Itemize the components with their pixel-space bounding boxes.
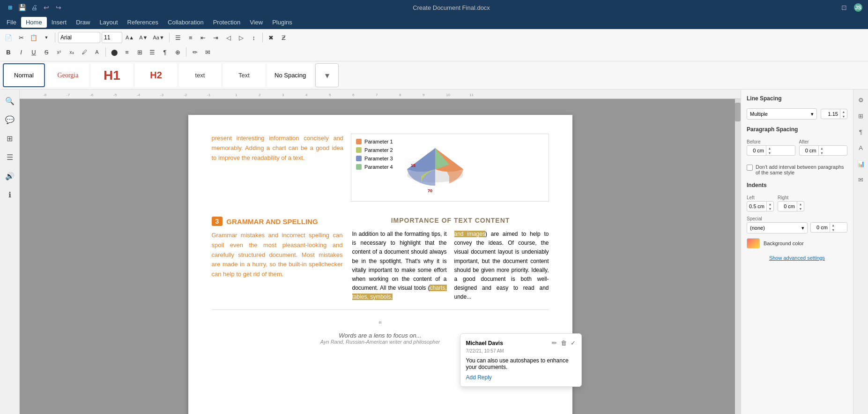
comment-resolve-icon[interactable]: ✓ xyxy=(571,339,576,346)
line-spacing-down[interactable]: ▼ xyxy=(840,114,847,119)
user-avatar[interactable]: JS xyxy=(854,3,862,12)
rtl-btn[interactable]: ¶ xyxy=(159,46,171,58)
highlight-btn[interactable]: 🖊 xyxy=(79,46,90,58)
case-btn[interactable]: Aa▼ xyxy=(151,32,166,43)
before-down[interactable]: ▼ xyxy=(766,151,773,155)
scrollbar-thumb[interactable] xyxy=(735,103,741,121)
line-spacing-value[interactable]: 1.15 ▲ ▼ xyxy=(821,109,847,119)
preset-h1[interactable]: H1 xyxy=(91,63,133,87)
before-up[interactable]: ▲ xyxy=(766,146,773,151)
align-center-btn[interactable]: ≡ xyxy=(121,46,133,58)
align-right-btn[interactable]: ⊞ xyxy=(134,46,145,58)
menu-insert[interactable]: Insert xyxy=(47,17,72,28)
indent-left-value[interactable]: 0.5 cm ▲ ▼ xyxy=(747,201,774,211)
paragraph-settings-icon[interactable]: ¶ xyxy=(854,125,868,138)
underline-btn[interactable]: U xyxy=(28,46,39,58)
menu-plugins[interactable]: Plugins xyxy=(267,17,297,28)
indent-left-down[interactable]: ▼ xyxy=(767,206,773,211)
redo-icon[interactable]: ↪ xyxy=(54,3,63,12)
bold-btn[interactable]: B xyxy=(3,46,14,58)
add-reply-btn[interactable]: Add Reply xyxy=(466,374,576,381)
document-page: present interesting information concisel… xyxy=(188,115,572,414)
increase-font-btn[interactable]: A▲ xyxy=(124,32,136,43)
subscript-btn[interactable]: x₂ xyxy=(66,46,77,58)
cut-btn[interactable]: ✂ xyxy=(15,32,27,43)
menu-view[interactable]: View xyxy=(245,17,267,28)
before-value[interactable]: 0 cm ▲ ▼ xyxy=(747,145,795,156)
indent-left-btn[interactable]: ◁ xyxy=(223,32,234,43)
menu-file[interactable]: File xyxy=(2,17,21,28)
settings-icon[interactable]: ⚙ xyxy=(854,93,868,106)
speaker-icon[interactable]: 🔊 xyxy=(2,168,17,183)
justify-btn[interactable]: ☰ xyxy=(147,46,158,58)
styles-btn[interactable]: Ƶ xyxy=(278,32,289,43)
align-left-btn[interactable]: ⬤ xyxy=(109,46,120,58)
text-format-icon[interactable]: A xyxy=(854,141,868,154)
show-advanced-btn[interactable]: Show advanced settings xyxy=(747,255,847,261)
list-btn[interactable]: ☰ xyxy=(172,32,184,43)
mail-merge-btn[interactable]: ✉ xyxy=(202,46,213,58)
format-btn[interactable]: ✏ xyxy=(189,46,200,58)
indent-right-down[interactable]: ▼ xyxy=(797,206,804,211)
styles-dropdown[interactable]: ▾ xyxy=(315,63,339,87)
window-restore-icon[interactable]: ⊡ xyxy=(840,3,848,12)
special-indent-value[interactable]: 0 cm ▲ ▼ xyxy=(810,222,847,233)
chat-icon[interactable]: 💬 xyxy=(2,112,17,127)
after-value[interactable]: 0 cm ▲ ▼ xyxy=(799,145,848,156)
menu-protection[interactable]: Protection xyxy=(208,17,245,28)
info-icon[interactable]: ℹ xyxy=(2,187,17,202)
chart-icon[interactable]: 📊 xyxy=(854,157,868,170)
grid-icon[interactable]: ⊞ xyxy=(854,109,868,122)
font-color-btn[interactable]: A xyxy=(91,46,103,58)
after-up[interactable]: ▲ xyxy=(819,146,825,151)
menu-collaboration[interactable]: Collaboration xyxy=(163,17,208,28)
preset-h2[interactable]: H2 xyxy=(135,63,177,87)
indent-right-up[interactable]: ▲ xyxy=(797,202,804,206)
menu-layout[interactable]: Layout xyxy=(95,17,123,28)
zoom-icon[interactable]: 🔍 xyxy=(2,93,17,108)
dont-add-interval-checkbox[interactable] xyxy=(747,165,753,171)
comment-delete-icon[interactable]: 🗑 xyxy=(561,339,567,346)
numbered-list-btn[interactable]: ≡ xyxy=(185,32,196,43)
envelope-icon[interactable]: ✉ xyxy=(854,173,868,186)
document-title: Create Document Final.docx xyxy=(413,4,490,11)
indent-left-up[interactable]: ▲ xyxy=(767,202,773,206)
comment-edit-icon[interactable]: ✏ xyxy=(552,339,557,346)
line-spacing-type[interactable]: Multiple ▾ xyxy=(747,108,817,120)
italic-btn[interactable]: I xyxy=(15,46,27,58)
undo-icon[interactable]: ↩ xyxy=(42,3,51,12)
after-down[interactable]: ▼ xyxy=(819,151,825,155)
special-up[interactable]: ▲ xyxy=(830,223,837,227)
print-icon[interactable]: 🖨 xyxy=(30,3,38,12)
new-doc-btn[interactable]: 📄 xyxy=(3,32,14,43)
indent-right-value[interactable]: 0 cm ▲ ▼ xyxy=(778,201,804,211)
superscript-btn[interactable]: x² xyxy=(53,46,65,58)
preset-text2[interactable]: Text xyxy=(223,63,265,87)
decrease-font-btn[interactable]: A▼ xyxy=(137,32,149,43)
line-spacing-btn[interactable]: ↕ xyxy=(248,32,260,43)
paste-special-btn[interactable]: ▼ xyxy=(41,32,52,43)
decrease-indent-btn[interactable]: ⇤ xyxy=(198,32,209,43)
table-icon[interactable]: ⊞ xyxy=(2,131,17,146)
save-icon[interactable]: 💾 xyxy=(18,3,26,12)
preset-nospacing[interactable]: No Spacing xyxy=(267,63,313,87)
preset-text[interactable]: text xyxy=(179,63,221,87)
menu-home[interactable]: Home xyxy=(21,17,47,28)
strikethrough-btn[interactable]: S xyxy=(41,46,52,58)
background-color-picker[interactable] xyxy=(747,238,760,248)
preset-georgia[interactable]: Georgia xyxy=(47,63,89,87)
font-size-input[interactable]: 11 xyxy=(102,32,122,43)
increase-indent-btn[interactable]: ⇥ xyxy=(210,32,222,43)
show-para-btn[interactable]: ⊕ xyxy=(172,46,183,58)
menu-references[interactable]: References xyxy=(123,17,163,28)
list-sidebar-icon[interactable]: ☰ xyxy=(2,150,17,165)
special-down[interactable]: ▼ xyxy=(830,227,837,232)
paste-btn[interactable]: 📋 xyxy=(28,32,39,43)
preset-normal[interactable]: Normal xyxy=(3,63,45,87)
clear-format-btn[interactable]: ✖ xyxy=(266,32,277,43)
indent-right-btn[interactable]: ▷ xyxy=(236,32,247,43)
font-family-input[interactable]: Arial xyxy=(58,32,100,43)
menu-draw[interactable]: Draw xyxy=(71,17,95,28)
special-indent-type[interactable]: (none) ▾ xyxy=(747,222,808,233)
line-spacing-up[interactable]: ▲ xyxy=(840,109,847,114)
